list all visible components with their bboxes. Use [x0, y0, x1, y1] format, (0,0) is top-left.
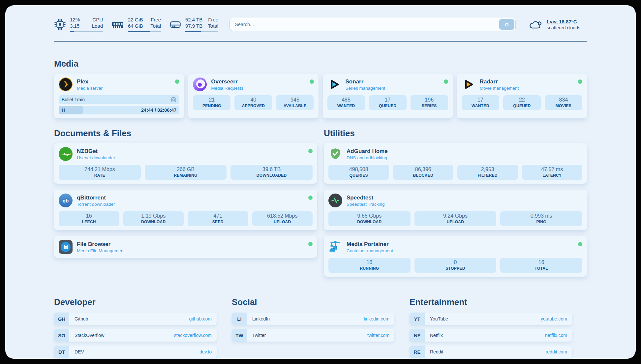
app-name: Media Portainer [347, 241, 393, 248]
app-card-sonarr[interactable]: Sonarr Series management 485 WANTED 17 Q… [323, 74, 453, 118]
app-subtitle: Series management [346, 86, 385, 91]
disk-free-value: 52.4 TB [185, 16, 202, 23]
bookmark-stackoverflow[interactable]: SO StackOverflow stackoverflow.com [54, 329, 217, 342]
status-dot [444, 79, 448, 84]
app-subtitle: Usenet downloader [77, 155, 115, 160]
app-card-speedtest[interactable]: Speedtest Speedtest Tracking 9.65 Gbps D… [324, 190, 587, 230]
stat-label: RUNNING [329, 266, 410, 271]
search-bar: G [229, 18, 516, 31]
stat-pending: 21 PENDING [193, 95, 230, 110]
stat-label: APPROVED [235, 104, 271, 108]
stat-value: 485 [328, 97, 364, 103]
stat-label: WANTED [462, 104, 499, 108]
bookmark-group-social: Social LI LinkedIn linkedin.com TW Twitt… [232, 297, 394, 358]
stat-download: 1.19 Gbps DOWNLOAD [123, 211, 184, 226]
stat-value: 196 [411, 97, 447, 103]
bookmark-netflix[interactable]: NF Netflix netflix.com [410, 329, 572, 342]
system-stat-disk: 52.4 TB 97.9 TB Free Total [169, 16, 218, 32]
search-engine-button[interactable]: G [499, 19, 514, 30]
stat-wanted: 17 WANTED [462, 95, 499, 110]
bookmark-url: youtube.com [541, 316, 567, 321]
bookmark-reddit[interactable]: RE Reddit reddit.com [410, 346, 572, 358]
section-title-utilities: Utilities [324, 128, 587, 138]
bookmark-linkedin[interactable]: LI LinkedIn linkedin.com [232, 313, 394, 325]
stat-value: 16 [59, 213, 119, 219]
app-name: qBittorrent [77, 195, 115, 201]
stat-value: 39.6 TB [231, 167, 312, 172]
bookmark-name: Twitter [252, 333, 266, 338]
stat-label: STOPPED [415, 266, 496, 271]
bookmark-github[interactable]: GH Github github.com [54, 313, 217, 325]
dashboard-panel: 12% 3.15 CPU Load [5, 5, 636, 359]
stat-label: AVAILABLE [277, 104, 313, 108]
stat-value: 471 [188, 213, 248, 219]
bookmark-url: twitter.com [367, 333, 389, 338]
stat-label: WANTED [328, 104, 364, 108]
stat-label: SEED [188, 220, 248, 224]
now-playing-progress-bar[interactable]: 24:44 / 02:06:47 [59, 106, 179, 114]
weather-location-temperature: Lviv, 16.87°C [547, 19, 580, 24]
app-subtitle: Movie management [480, 86, 519, 91]
stat-value: 834 [545, 97, 582, 103]
app-card-media-portainer[interactable]: Media Portainer Container management 16 … [324, 236, 587, 277]
stat-label: MOVIES [545, 104, 582, 108]
stat-label: DOWNLOAD [124, 220, 183, 224]
stat-value: 9.65 Gbps [329, 213, 410, 219]
stat-value: 21 [194, 97, 230, 103]
stat-label: UPLOAD [415, 220, 496, 224]
memory-free-label: Free [150, 16, 161, 23]
app-card-radarr[interactable]: Radarr Movie management 17 WANTED 22 QUE… [457, 74, 587, 118]
app-subtitle: DNS and adblocking [347, 155, 388, 160]
stat-value: 22 [504, 97, 540, 103]
app-subtitle: Media Requests [211, 86, 243, 91]
stat-label: LATENCY [523, 173, 582, 178]
stat-value: 16 [501, 259, 582, 265]
cloud-icon [528, 18, 543, 31]
app-name: Speedtest [347, 195, 385, 201]
stat-total: 16 TOTAL [500, 258, 582, 273]
stat-value: 498,508 [329, 167, 388, 172]
search-input[interactable] [229, 18, 516, 31]
stat-value: 16 [329, 259, 410, 265]
stat-label: PING [501, 220, 582, 224]
cpu-progress-bar [70, 31, 103, 32]
section-title-media: Media [54, 59, 587, 69]
stat-label: UPLOAD [253, 220, 312, 224]
app-card-overseerr[interactable]: Overseerr Media Requests 21 PENDING 40 A… [188, 74, 318, 118]
stat-value: 0.993 ms [501, 213, 582, 219]
cpu-usage-value: 12% [70, 16, 80, 23]
bookmark-abbr: GH [54, 313, 69, 325]
app-card-plex[interactable]: Plex Media server Bullet Train [54, 74, 184, 118]
now-playing-open-icon[interactable] [171, 97, 176, 103]
bookmark-url: linkedin.com [364, 316, 389, 321]
pause-icon [62, 108, 65, 112]
app-card-file-browser[interactable]: File Browser Media File Management [54, 236, 317, 258]
app-card-qbittorrent[interactable]: qb qBittorrent Torrent downloader 16 LEE… [54, 190, 317, 230]
stat-value: 0 [415, 259, 496, 265]
app-card-nzbget[interactable]: nzbget NZBGet Usenet downloader 744.21 M… [54, 143, 317, 184]
bookmark-dev[interactable]: DT DEV dev.to [54, 346, 217, 358]
now-playing-widget: Bullet Train 24:44 / 02:06:47 [59, 95, 179, 114]
bookmark-twitter[interactable]: TW Twitter twitter.com [232, 329, 394, 342]
bookmark-name: Netflix [430, 333, 443, 338]
stat-label: QUERIES [329, 173, 388, 178]
memory-total-value: 64 GiB [128, 23, 143, 29]
bookmark-abbr: DT [54, 346, 69, 358]
stat-value: 945 [277, 97, 313, 103]
app-name: Overseerr [211, 78, 243, 85]
app-subtitle: Media File Management [77, 248, 125, 253]
stat-label: RATE [59, 173, 140, 178]
speedtest-icon [328, 194, 342, 207]
memory-free-value: 22 GiB [128, 16, 143, 23]
stat-download: 9.65 Gbps DOWNLOAD [328, 211, 411, 226]
cpu-icon [54, 18, 66, 30]
section-title-documents: Documents & Files [54, 128, 317, 138]
stat-value: 266 GB [145, 167, 226, 172]
app-card-adguard-home[interactable]: AdGuard Home DNS and adblocking 498,508 … [324, 143, 587, 184]
disk-icon [169, 19, 181, 30]
stat-movies: 834 MOVIES [545, 95, 582, 110]
bookmark-youtube[interactable]: YT YouTube youtube.com [410, 313, 572, 325]
stat-value: 744.21 Mbps [59, 167, 140, 172]
memory-total-label: Total [150, 23, 161, 29]
stat-label: FILTERED [458, 173, 517, 178]
